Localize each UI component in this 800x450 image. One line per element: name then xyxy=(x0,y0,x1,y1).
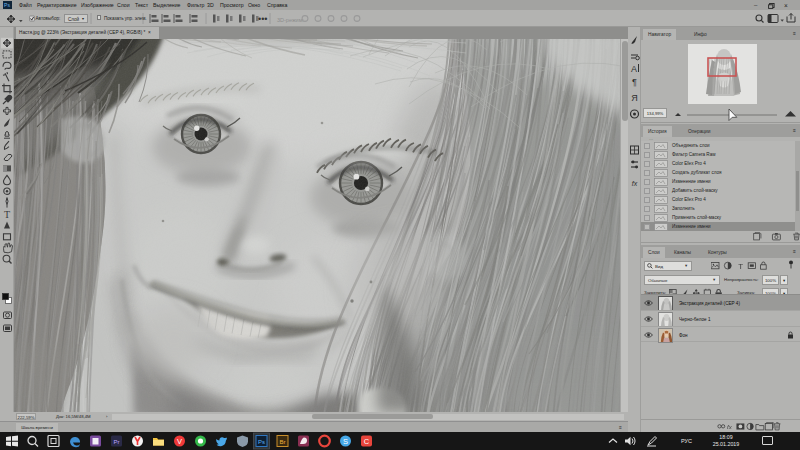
svg-text:Я: Я xyxy=(631,93,638,103)
svg-text:C: C xyxy=(364,437,370,446)
svg-text:¶: ¶ xyxy=(632,77,637,87)
svg-text:T: T xyxy=(4,209,10,220)
svg-text:T: T xyxy=(738,262,743,271)
svg-text:Ps: Ps xyxy=(258,439,265,445)
svg-text:fx: fx xyxy=(632,180,638,187)
svg-text:S: S xyxy=(343,437,348,446)
svg-text:3D-режим:: 3D-режим: xyxy=(277,17,304,23)
svg-text:Pr: Pr xyxy=(114,439,120,445)
svg-text:fx: fx xyxy=(727,423,733,430)
svg-text:Br: Br xyxy=(280,439,286,445)
svg-text:A: A xyxy=(631,64,637,74)
svg-text:•••: ••• xyxy=(258,14,267,24)
svg-text:V: V xyxy=(177,437,182,446)
